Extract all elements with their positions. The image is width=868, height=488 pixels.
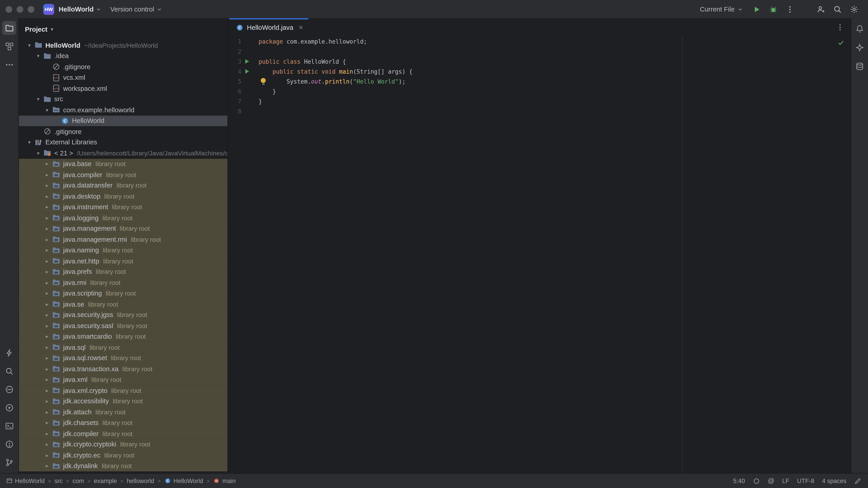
tree-item-vcs.xml[interactable]: </>vcs.xml xyxy=(19,72,227,83)
tree-item-java.scripting[interactable]: ▸java.scriptinglibrary root xyxy=(19,288,227,299)
more-actions-button[interactable] xyxy=(783,2,797,17)
tree-item-java.se[interactable]: ▸java.selibrary root xyxy=(19,299,227,310)
breadcrumb-helloworld[interactable]: HelloWorld xyxy=(5,477,44,484)
debug-button[interactable] xyxy=(766,2,780,17)
tree-item-21[interactable]: ▾< 21 >/Users/helenscott/Library/Java/Ja… xyxy=(19,148,227,159)
chevron-right-icon[interactable]: ▸ xyxy=(43,334,52,339)
chevron-right-icon[interactable]: ▸ xyxy=(43,377,52,382)
tree-item-java.rmi[interactable]: ▸java.rmilibrary root xyxy=(19,277,227,288)
editor-tab-helloworld-java[interactable]: C HelloWorld.java × xyxy=(229,18,309,37)
tree-item-jdk.dynalink[interactable]: ▸jdk.dynalinklibrary root xyxy=(19,461,227,471)
tree-item-jdk.attach[interactable]: ▸jdk.attachlibrary root xyxy=(19,407,227,418)
tree-item-.idea[interactable]: ▾.idea xyxy=(19,51,227,61)
tree-item-java.sql[interactable]: ▸java.sqllibrary root xyxy=(19,342,227,353)
chevron-right-icon[interactable]: ▸ xyxy=(43,355,52,361)
code-line-2[interactable]: 2 xyxy=(228,46,851,57)
breadcrumb-main[interactable]: mmain xyxy=(213,477,236,484)
write-access-icon[interactable] xyxy=(854,477,862,484)
code-editor[interactable]: 1package com.example.helloworld;23public… xyxy=(228,37,851,474)
code-line-7[interactable]: 7} xyxy=(228,96,851,106)
tree-item-jdk.crypto.ec[interactable]: ▸jdk.crypto.eclibrary root xyxy=(19,450,227,461)
tree-item-java.management.rmi[interactable]: ▸java.management.rmilibrary root xyxy=(19,234,227,245)
code-line-4[interactable]: 4 public static void main(String[] args)… xyxy=(228,66,851,76)
window-minimize-button[interactable] xyxy=(17,6,23,12)
tree-item-.gitignore[interactable]: .gitignore xyxy=(19,126,227,137)
chevron-down-icon[interactable]: ▾ xyxy=(34,96,42,102)
encoding-widget[interactable]: UTF-8 xyxy=(797,477,814,484)
chevron-right-icon[interactable]: ▸ xyxy=(43,442,52,447)
chevron-right-icon[interactable]: ▸ xyxy=(43,258,52,264)
tool-vcs-button[interactable] xyxy=(2,455,16,469)
chevron-right-icon[interactable]: ▸ xyxy=(43,269,52,274)
tree-item-java.smartcardio[interactable]: ▸java.smartcardiolibrary root xyxy=(19,331,227,342)
run-button[interactable] xyxy=(749,2,764,17)
tree-item-java.logging[interactable]: ▸java.logginglibrary root xyxy=(19,213,227,223)
tree-item-java.datatransfer[interactable]: ▸java.datatransferlibrary root xyxy=(19,180,227,191)
tree-item-jdk.compiler[interactable]: ▸jdk.compilerlibrary root xyxy=(19,428,227,439)
tool-problems-button[interactable] xyxy=(2,437,16,451)
chevron-down-icon[interactable]: ▾ xyxy=(25,140,34,145)
tree-item-java.naming[interactable]: ▸java.naminglibrary root xyxy=(19,245,227,256)
tree-item-java.compiler[interactable]: ▸java.compilerlibrary root xyxy=(19,169,227,180)
chevron-right-icon[interactable]: ▸ xyxy=(43,194,52,199)
run-line-icon[interactable] xyxy=(245,69,249,74)
tree-item-.gitignore[interactable]: .gitignore xyxy=(19,61,227,72)
tree-item-java.xml.crypto[interactable]: ▸java.xml.cryptolibrary root xyxy=(19,385,227,396)
chevron-right-icon[interactable]: ▸ xyxy=(43,366,52,372)
chevron-right-icon[interactable]: ▸ xyxy=(43,463,52,468)
tool-ai-assistant-button[interactable] xyxy=(853,40,867,54)
code-line-1[interactable]: 1package com.example.helloworld; xyxy=(228,37,851,46)
chevron-right-icon[interactable]: ▸ xyxy=(43,345,52,350)
tool-bolt-button[interactable] xyxy=(2,346,16,360)
run-config-selector[interactable]: Current File xyxy=(700,5,743,13)
chevron-right-icon[interactable]: ▸ xyxy=(43,388,52,393)
vcs-widget[interactable]: Version control xyxy=(110,5,162,13)
project-panel-header[interactable]: Project ▾ xyxy=(19,18,227,40)
chevron-right-icon[interactable]: ▸ xyxy=(43,323,52,328)
tool-project-button[interactable] xyxy=(2,21,16,35)
chevron-right-icon[interactable]: ▸ xyxy=(43,398,52,404)
tool-structure-button[interactable] xyxy=(2,39,16,53)
tree-item-java.prefs[interactable]: ▸java.prefslibrary root xyxy=(19,266,227,277)
tree-item-java.management[interactable]: ▸java.managementlibrary root xyxy=(19,223,227,234)
code-line-8[interactable]: 8 xyxy=(228,106,851,116)
tool-terminal-button[interactable] xyxy=(2,419,16,433)
editor-options-button[interactable] xyxy=(829,18,851,37)
close-icon[interactable]: × xyxy=(299,24,303,31)
tree-item-java.xml[interactable]: ▸java.xmllibrary root xyxy=(19,375,227,385)
tree-item-jdk.charsets[interactable]: ▸jdk.charsetslibrary root xyxy=(19,418,227,428)
breadcrumb-com[interactable]: com xyxy=(72,477,84,484)
indent-widget[interactable]: 4 spaces xyxy=(822,477,846,484)
breadcrumb-helloworld[interactable]: CHelloWorld xyxy=(164,477,203,484)
chevron-right-icon[interactable]: ▸ xyxy=(43,161,52,166)
chevron-right-icon[interactable]: ▸ xyxy=(43,204,52,210)
tree-item-java.net.http[interactable]: ▸java.net.httplibrary root xyxy=(19,256,227,266)
breadcrumb-example[interactable]: example xyxy=(94,477,117,484)
chevron-right-icon[interactable]: ▸ xyxy=(43,215,52,221)
tree-item-java.security.jgss[interactable]: ▸java.security.jgsslibrary root xyxy=(19,310,227,320)
chevron-right-icon[interactable]: ▸ xyxy=(43,301,52,307)
tree-item-jdk.accessibility[interactable]: ▸jdk.accessibilitylibrary root xyxy=(19,396,227,407)
tree-item-jdk.crypto.cryptoki[interactable]: ▸jdk.crypto.cryptokilibrary root xyxy=(19,439,227,450)
chevron-down-icon[interactable]: ▾ xyxy=(43,107,52,112)
tool-notifications-button[interactable] xyxy=(853,22,867,35)
tree-item-java.instrument[interactable]: ▸java.instrumentlibrary root xyxy=(19,202,227,213)
chevron-right-icon[interactable]: ▸ xyxy=(43,226,52,231)
caret-position-widget[interactable]: 5:40 xyxy=(733,477,745,484)
chevron-right-icon[interactable]: ▸ xyxy=(43,183,52,188)
chevron-right-icon[interactable]: ▸ xyxy=(43,431,52,436)
window-zoom-button[interactable] xyxy=(28,6,34,12)
code-line-5[interactable]: 5 System.out.println("Hello World"); xyxy=(228,76,851,86)
chevron-right-icon[interactable]: ▸ xyxy=(43,291,52,296)
inspections-ok-icon[interactable] xyxy=(837,39,845,46)
settings-button[interactable] xyxy=(847,2,862,17)
chevron-right-icon[interactable]: ▸ xyxy=(43,237,52,242)
chevron-down-icon[interactable]: ▾ xyxy=(34,53,42,59)
tree-item-helloworld[interactable]: ▾HelloWorld~/IdeaProjects/HelloWorld xyxy=(19,40,227,51)
tool-help-button[interactable] xyxy=(2,382,16,396)
tool-database-button[interactable] xyxy=(853,59,867,73)
tool-search-button[interactable] xyxy=(2,364,16,378)
tool-run-button[interactable] xyxy=(2,400,16,414)
chevron-right-icon[interactable]: ▸ xyxy=(43,172,52,177)
status-circle-icon[interactable] xyxy=(753,477,760,484)
